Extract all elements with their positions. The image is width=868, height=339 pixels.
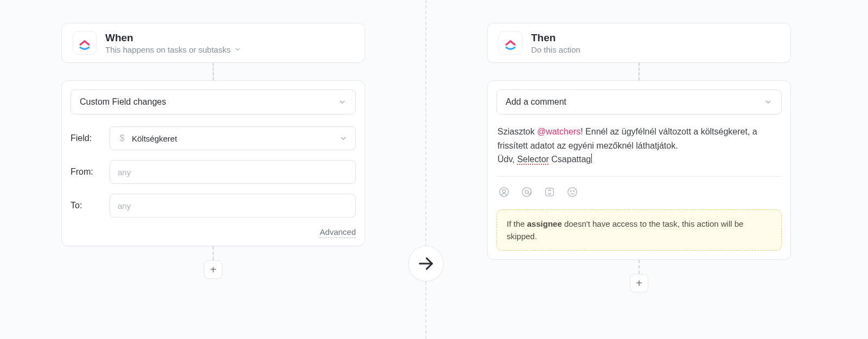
svg-point-2 [502, 189, 506, 193]
trigger-type-select[interactable]: Custom Field changes [71, 89, 356, 114]
trigger-header[interactable]: When This happens on tasks or subtasks [61, 23, 365, 63]
field-label: Field: [71, 133, 103, 143]
comment-toolbar [496, 176, 782, 199]
action-type-select[interactable]: Add a comment [496, 89, 782, 114]
trigger-scope-selector[interactable]: This happens on tasks or subtasks [105, 45, 241, 54]
comment-line2-post: Csapattag [549, 155, 591, 164]
svg-point-7 [571, 190, 571, 191]
connector-line [639, 63, 640, 80]
custom-field-value: Költségkeret [132, 134, 177, 143]
action-config-card: Add a comment Sziasztok @watchers! Ennél… [487, 80, 791, 260]
comment-line2-pre: Üdv, [497, 155, 517, 164]
to-input[interactable]: any [110, 194, 356, 218]
trigger-title: When [105, 32, 241, 44]
comment-editor[interactable]: Sziasztok @watchers! Ennél az ügyfélnél … [496, 124, 782, 167]
svg-point-8 [573, 190, 574, 191]
center-divider [425, 0, 426, 339]
custom-field-select[interactable]: $ Költségkeret [110, 126, 356, 150]
warning-bold: assignee [527, 219, 562, 228]
plus-icon: + [210, 264, 216, 276]
warning-pre: If the [507, 219, 527, 228]
trigger-config-card: Custom Field changes Field: $ Költségker… [61, 80, 365, 246]
connector-line [639, 260, 640, 274]
svg-point-3 [522, 188, 532, 197]
text-caret [591, 153, 592, 163]
emoji-icon[interactable] [566, 186, 579, 199]
svg-point-4 [525, 190, 528, 194]
currency-field-icon: $ [118, 133, 126, 143]
spellcheck-word[interactable]: Selector [517, 155, 549, 164]
expand-icon[interactable] [543, 186, 556, 199]
action-title: Then [531, 32, 580, 44]
action-header[interactable]: Then Do this action [487, 23, 791, 63]
to-placeholder: any [118, 201, 131, 210]
action-type-label: Add a comment [506, 97, 566, 107]
permission-warning: If the assignee doesn't have access to t… [496, 209, 782, 251]
connector-line [213, 246, 214, 260]
from-placeholder: any [118, 168, 131, 177]
svg-point-6 [568, 188, 577, 197]
clickup-logo-icon [499, 31, 522, 55]
svg-point-1 [500, 188, 509, 197]
connector-line [213, 63, 214, 80]
comment-text-pre: Sziasztok [497, 127, 537, 136]
add-trigger-button[interactable]: + [204, 260, 222, 279]
at-mention-icon[interactable] [520, 186, 533, 199]
advanced-link[interactable]: Advanced [320, 227, 356, 238]
trigger-subtitle: This happens on tasks or subtasks [105, 45, 231, 54]
mention-token[interactable]: @watchers [537, 127, 580, 136]
add-action-button[interactable]: + [630, 274, 648, 292]
from-input[interactable]: any [110, 160, 356, 184]
from-label: From: [71, 167, 103, 177]
mention-person-icon[interactable] [497, 186, 510, 199]
clickup-logo-icon [73, 31, 97, 55]
to-label: To: [71, 201, 103, 210]
trigger-type-label: Custom Field changes [80, 97, 166, 107]
flow-arrow [408, 246, 444, 282]
plus-icon: + [636, 277, 642, 290]
action-subtitle: Do this action [531, 45, 580, 54]
